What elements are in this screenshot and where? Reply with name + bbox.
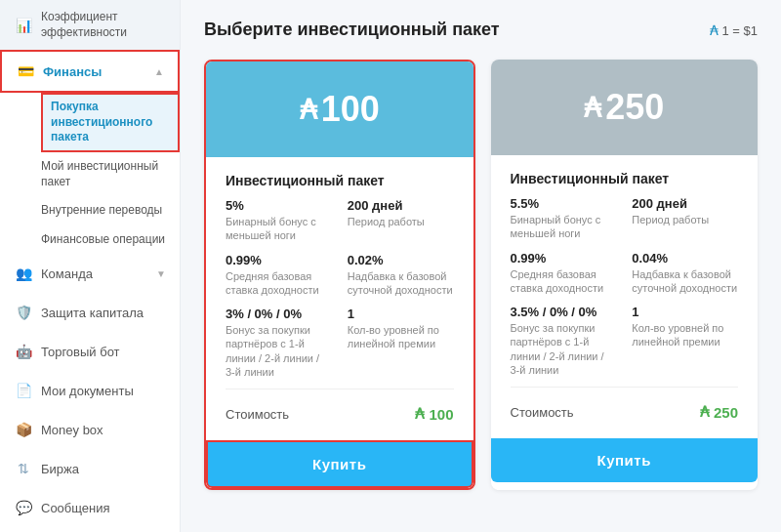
sidebar-item-label: Коэффициент эффективности xyxy=(41,10,166,40)
sidebar-item-label: Защита капитала xyxy=(41,306,144,320)
card-field: 1 Кол-во уровней по линейной премии xyxy=(348,307,454,379)
card-field: 0.99% Средняя базовая ставка доходности xyxy=(226,253,332,298)
exchange-rate-value: 1 = $1 xyxy=(721,23,758,38)
coin-symbol: ₳ xyxy=(415,405,425,423)
sidebar-subitem-financial-ops[interactable]: Финансовые операции xyxy=(41,225,180,255)
card-100-body: Инвестиционный пакет 5% Бинарный бонус с… xyxy=(206,157,473,438)
coin-symbol: ₳ xyxy=(300,94,317,126)
card-250-cost-row: Стоимость ₳ 250 xyxy=(511,397,739,421)
sidebar-item-label: Мои документы xyxy=(41,384,134,398)
card-250-fields: 5.5% Бинарный бонус с меньшей ноги 200 д… xyxy=(511,196,739,377)
sidebar-item-trading-bot[interactable]: 🤖 Торговый бот xyxy=(0,332,180,371)
card-250-body: Инвестиционный пакет 5.5% Бинарный бонус… xyxy=(491,155,759,436)
docs-icon: 📄 xyxy=(14,381,33,400)
card-field: 5% Бинарный бонус с меньшей ноги xyxy=(226,198,332,243)
bot-icon: 🤖 xyxy=(14,342,33,361)
cost-value: ₳ 250 xyxy=(700,403,738,421)
money-box-icon: 📦 xyxy=(14,420,33,439)
card-100-fields: 5% Бинарный бонус с меньшей ноги 200 дне… xyxy=(226,198,454,379)
card-100-header: ₳ 100 xyxy=(206,61,473,157)
sidebar-item-label: Биржа xyxy=(41,462,79,476)
efficiency-icon: 📊 xyxy=(14,16,33,35)
card-field: 200 дней Период работы xyxy=(632,196,738,241)
sidebar-item-capital-protection[interactable]: 🛡️ Защита капитала xyxy=(0,293,180,332)
card-100-title: Инвестиционный пакет xyxy=(226,173,454,188)
sidebar-subitem-my-package[interactable]: Мой инвестиционный пакет xyxy=(41,152,180,196)
cost-label: Стоимость xyxy=(226,407,289,422)
main-content: Выберите инвестиционный пакет ₳ 1 = $1 ₳… xyxy=(181,0,781,532)
card-250-header: ₳ 250 xyxy=(491,60,759,155)
sidebar-item-label: Торговый бот xyxy=(41,345,120,359)
exchange-icon: ⇅ xyxy=(14,459,33,478)
buy-button-250[interactable]: Купить xyxy=(491,438,759,482)
sidebar-item-personal-data[interactable]: 👤 Личные данные ▼ xyxy=(0,527,180,532)
cards-row: ₳ 100 Инвестиционный пакет 5% Бинарный б… xyxy=(204,60,758,490)
card-field: 0.99% Средняя базовая ставка доходности xyxy=(511,251,617,296)
sidebar-item-finance[interactable]: 💳 Финансы ▲ xyxy=(0,50,180,93)
messages-icon: 💬 xyxy=(14,498,33,517)
card-field: 3% / 0% / 0% Бонус за покупки партнёров … xyxy=(226,307,332,379)
cost-value: ₳ 100 xyxy=(415,405,453,423)
chevron-down-icon: ▼ xyxy=(156,268,166,279)
card-field: 1 Кол-во уровней по линейной премии xyxy=(632,305,738,377)
sidebar-item-label: Финансы xyxy=(43,64,102,79)
chevron-up-icon: ▲ xyxy=(154,66,164,77)
card-250-title: Инвестиционный пакет xyxy=(511,171,739,186)
card-250-amount: ₳ 250 xyxy=(584,87,664,128)
card-field: 0.04% Надбавка к базовой суточной доходн… xyxy=(632,251,738,296)
card-field: 0.02% Надбавка к базовой суточной доходн… xyxy=(348,253,454,298)
sidebar-item-team[interactable]: 👥 Команда ▼ xyxy=(0,254,180,293)
sidebar-subitem-buy-package[interactable]: Покупка инвестиционного пакета xyxy=(41,93,180,152)
coin-symbol: ₳ xyxy=(700,403,710,421)
sidebar-item-exchange[interactable]: ⇅ Биржа xyxy=(0,449,180,488)
sidebar-item-efficiency[interactable]: 📊 Коэффициент эффективности xyxy=(0,0,180,50)
finance-submenu: Покупка инвестиционного пакета Мой инвес… xyxy=(0,93,180,254)
coin-symbol: ₳ xyxy=(584,92,601,124)
sidebar-item-label: Money box xyxy=(41,423,103,437)
finance-icon: 💳 xyxy=(16,61,35,81)
sidebar: 📊 Коэффициент эффективности 💳 Финансы ▲ … xyxy=(0,0,181,532)
sidebar-subitem-internal-transfers[interactable]: Внутренние переводы xyxy=(41,196,180,225)
sidebar-item-label: Команда xyxy=(41,266,93,281)
cost-label: Стоимость xyxy=(511,405,574,420)
sidebar-item-my-docs[interactable]: 📄 Мои документы xyxy=(0,371,180,410)
coin-icon: ₳ xyxy=(710,22,719,38)
card-field: 3.5% / 0% / 0% Бонус за покупки партнёро… xyxy=(511,305,617,377)
investment-card-100: ₳ 100 Инвестиционный пакет 5% Бинарный б… xyxy=(204,60,475,490)
card-100-amount: ₳ 100 xyxy=(300,89,380,130)
investment-card-250: ₳ 250 Инвестиционный пакет 5.5% Бинарный… xyxy=(491,60,759,490)
sidebar-item-label: Сообщения xyxy=(41,501,110,515)
sidebar-item-messages[interactable]: 💬 Сообщения xyxy=(0,488,180,527)
page-header: Выберите инвестиционный пакет ₳ 1 = $1 xyxy=(204,20,758,40)
page-title: Выберите инвестиционный пакет xyxy=(204,20,500,40)
shield-icon: 🛡️ xyxy=(14,303,33,322)
team-icon: 👥 xyxy=(14,264,33,283)
card-field: 5.5% Бинарный бонус с меньшей ноги xyxy=(511,196,617,241)
buy-button-100[interactable]: Купить xyxy=(206,440,473,488)
exchange-rate: ₳ 1 = $1 xyxy=(710,22,758,38)
sidebar-item-money-box[interactable]: 📦 Money box xyxy=(0,410,180,449)
card-field: 200 дней Период работы xyxy=(348,198,454,243)
card-100-cost-row: Стоимость ₳ 100 xyxy=(226,399,454,423)
